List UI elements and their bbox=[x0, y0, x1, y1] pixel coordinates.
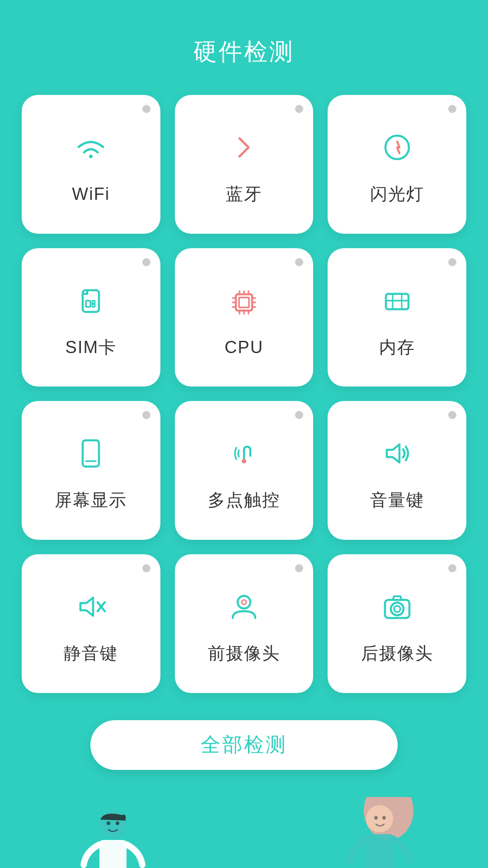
card-dot bbox=[448, 258, 456, 266]
svg-rect-3 bbox=[92, 301, 95, 303]
card-dot bbox=[448, 105, 456, 113]
wifi-icon bbox=[68, 127, 113, 172]
memory-label: 内存 bbox=[379, 336, 415, 359]
touch-label: 多点触控 bbox=[208, 489, 280, 512]
card-dot bbox=[448, 411, 456, 419]
card-dot bbox=[295, 564, 303, 572]
front-camera-icon bbox=[221, 584, 267, 629]
svg-point-32 bbox=[394, 606, 400, 612]
card-bluetooth[interactable]: 蓝牙 bbox=[175, 95, 314, 234]
sim-icon bbox=[68, 278, 113, 323]
svg-point-31 bbox=[391, 603, 404, 615]
screen-label: 屏幕显示 bbox=[55, 489, 127, 512]
card-back-camera[interactable]: 后摄像头 bbox=[328, 554, 466, 693]
mute-icon bbox=[68, 584, 113, 629]
bluetooth-label: 蓝牙 bbox=[226, 183, 262, 206]
svg-rect-2 bbox=[86, 301, 90, 307]
person-female bbox=[330, 797, 429, 868]
svg-point-29 bbox=[242, 600, 246, 604]
card-dot bbox=[295, 105, 303, 113]
svg-point-37 bbox=[107, 821, 110, 825]
touch-icon bbox=[221, 431, 267, 476]
card-dot bbox=[448, 564, 456, 572]
front-camera-label: 前摄像头 bbox=[208, 642, 280, 665]
card-screen[interactable]: 屏幕显示 bbox=[22, 401, 160, 540]
back-camera-label: 后摄像头 bbox=[361, 642, 433, 665]
svg-point-45 bbox=[382, 816, 386, 820]
flashlight-icon bbox=[375, 125, 420, 170]
svg-rect-23 bbox=[83, 440, 99, 467]
cpu-label: CPU bbox=[225, 338, 263, 357]
card-dot bbox=[295, 258, 303, 266]
card-volume[interactable]: 音量键 bbox=[328, 401, 466, 540]
back-camera-icon bbox=[375, 584, 420, 629]
card-dot bbox=[295, 411, 303, 419]
flashlight-label: 闪光灯 bbox=[370, 183, 424, 206]
detect-all-button[interactable]: 全部检测 bbox=[90, 720, 398, 770]
svg-point-44 bbox=[374, 816, 378, 820]
card-cpu[interactable]: CPU bbox=[175, 248, 314, 387]
bluetooth-icon bbox=[221, 125, 267, 170]
card-touch[interactable]: 多点触控 bbox=[175, 401, 314, 540]
svg-rect-4 bbox=[92, 304, 95, 307]
svg-point-25 bbox=[242, 459, 246, 463]
svg-rect-41 bbox=[366, 834, 393, 868]
svg-rect-19 bbox=[386, 294, 408, 309]
memory-icon bbox=[375, 278, 420, 323]
card-front-camera[interactable]: 前摄像头 bbox=[175, 554, 314, 693]
svg-point-28 bbox=[238, 596, 250, 609]
hardware-grid: WiFi 蓝牙 闪光灯 bbox=[0, 95, 488, 693]
svg-point-38 bbox=[116, 821, 119, 825]
card-sim[interactable]: SIM卡 bbox=[22, 248, 160, 387]
page-title: 硬件检测 bbox=[193, 36, 295, 68]
card-flashlight[interactable]: 闪光灯 bbox=[328, 95, 466, 234]
card-mute[interactable]: 静音键 bbox=[22, 554, 160, 693]
card-dot bbox=[142, 105, 150, 113]
volume-icon bbox=[375, 431, 420, 476]
card-memory[interactable]: 内存 bbox=[328, 248, 466, 387]
svg-rect-34 bbox=[99, 840, 127, 868]
person-male bbox=[68, 806, 158, 868]
mute-label: 静音键 bbox=[64, 642, 118, 665]
cpu-icon bbox=[221, 280, 267, 325]
svg-rect-6 bbox=[239, 297, 249, 307]
card-dot bbox=[142, 411, 150, 419]
screen-icon bbox=[68, 431, 113, 476]
card-dot bbox=[142, 564, 150, 572]
card-dot bbox=[142, 258, 150, 266]
card-wifi[interactable]: WiFi bbox=[22, 95, 160, 234]
wifi-label: WiFi bbox=[72, 184, 110, 204]
svg-point-40 bbox=[366, 805, 393, 832]
volume-label: 音量键 bbox=[370, 489, 424, 512]
illustration bbox=[0, 797, 488, 868]
sim-label: SIM卡 bbox=[66, 336, 117, 359]
